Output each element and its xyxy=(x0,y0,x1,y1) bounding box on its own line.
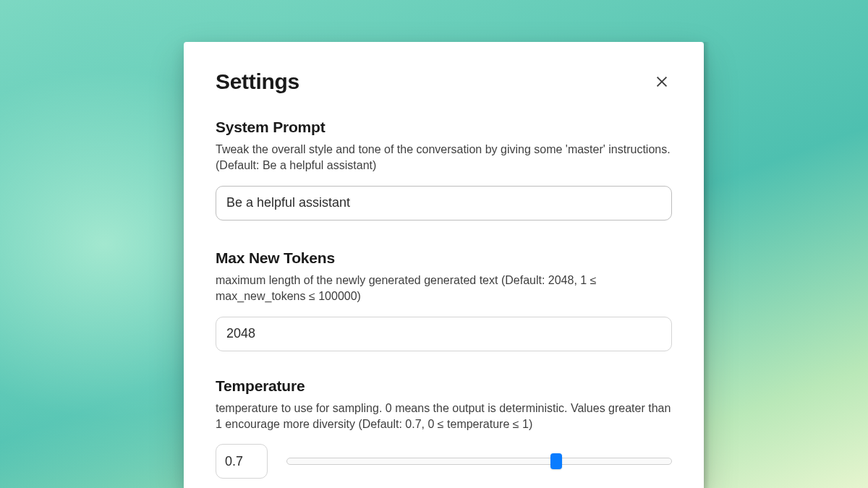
system-prompt-description: Tweak the overall style and tone of the … xyxy=(216,142,672,174)
slider-thumb[interactable] xyxy=(550,453,562,469)
max-new-tokens-description: maximum length of the newly generated ge… xyxy=(216,273,672,305)
panel-header: Settings xyxy=(216,69,672,94)
system-prompt-title: System Prompt xyxy=(216,119,672,136)
slider-track xyxy=(286,458,672,465)
system-prompt-input[interactable] xyxy=(216,186,672,221)
close-icon xyxy=(654,74,670,90)
temperature-controls: 0.7 xyxy=(216,444,672,479)
temperature-value-box[interactable]: 0.7 xyxy=(216,444,268,479)
temperature-title: Temperature xyxy=(216,377,672,395)
settings-panel: Settings System Prompt Tweak the overall… xyxy=(184,42,704,488)
max-new-tokens-title: Max New Tokens xyxy=(216,249,672,267)
temperature-description: temperature to use for sampling. 0 means… xyxy=(216,401,672,433)
temperature-slider[interactable] xyxy=(286,454,672,468)
temperature-value: 0.7 xyxy=(225,454,243,469)
max-new-tokens-input[interactable] xyxy=(216,317,672,351)
system-prompt-section: System Prompt Tweak the overall style an… xyxy=(216,119,672,223)
close-button[interactable] xyxy=(652,72,672,92)
max-new-tokens-section: Max New Tokens maximum length of the new… xyxy=(216,249,672,351)
temperature-section: Temperature temperature to use for sampl… xyxy=(216,377,672,479)
panel-shadow xyxy=(704,42,710,488)
panel-title: Settings xyxy=(216,69,299,94)
